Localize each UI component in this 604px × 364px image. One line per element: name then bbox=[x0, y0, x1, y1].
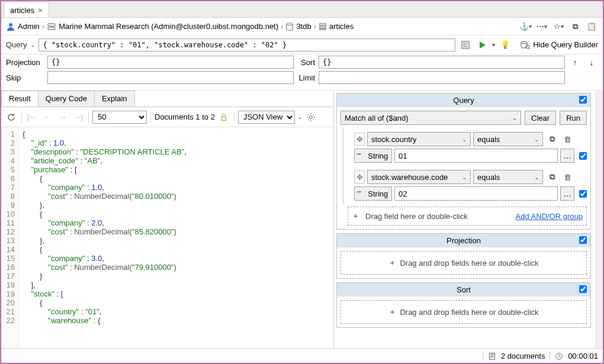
more-icon[interactable]: ⋯▾ bbox=[535, 20, 548, 33]
duplicate-icon[interactable]: ⧉ bbox=[545, 170, 558, 183]
sort-label: Sort bbox=[297, 58, 315, 67]
chevron-right-icon: › bbox=[281, 22, 283, 31]
duplicate-icon[interactable]: ⧉ bbox=[545, 133, 558, 146]
svg-line-13 bbox=[529, 48, 530, 49]
clear-button[interactable]: Clear bbox=[525, 111, 556, 125]
prev-page-icon[interactable]: ← bbox=[41, 111, 54, 124]
skip-input[interactable] bbox=[47, 71, 294, 84]
cond2-value-input[interactable] bbox=[394, 186, 558, 201]
qb-sort-enabled[interactable] bbox=[579, 285, 587, 293]
cond1-op-select[interactable]: equals⌄ bbox=[473, 132, 543, 146]
cond1-value-input[interactable] bbox=[394, 149, 558, 163]
qb-query-title: Query bbox=[453, 96, 474, 105]
query-dropdown-icon[interactable]: ⌄ bbox=[30, 41, 35, 48]
sort-desc-icon[interactable]: ↓ bbox=[585, 56, 598, 69]
projection-drop-target[interactable]: ＋ Drag and drop fields here or double-cl… bbox=[340, 251, 587, 275]
bc-user[interactable]: Admin bbox=[18, 22, 40, 31]
drag-field-hint[interactable]: ＋ Drag field here or double-click Add AN… bbox=[348, 207, 587, 226]
add-group-link[interactable]: Add AND/OR group bbox=[516, 212, 583, 221]
hint-icon[interactable]: 💡 bbox=[499, 38, 512, 51]
line-gutter: 12345678910111213141516171819202122 bbox=[1, 127, 19, 348]
svg-rect-5 bbox=[320, 26, 326, 28]
cond1-type-select[interactable]: “” String bbox=[354, 149, 392, 163]
refresh-icon[interactable] bbox=[5, 111, 18, 124]
star-icon[interactable]: ☆▾ bbox=[552, 20, 565, 33]
view-mode-select[interactable]: JSON View bbox=[238, 111, 295, 124]
tab-explain[interactable]: Explain bbox=[94, 91, 135, 107]
doc-range-label: Documents 1 to 2 bbox=[155, 112, 215, 121]
database-icon bbox=[285, 22, 294, 31]
query-input[interactable] bbox=[38, 38, 455, 51]
anchor-icon[interactable]: ⚓▾ bbox=[519, 20, 532, 33]
first-page-icon[interactable]: |← bbox=[25, 111, 38, 124]
svg-point-0 bbox=[9, 23, 12, 27]
page-size-select[interactable]: 50 bbox=[92, 111, 147, 124]
json-viewer[interactable]: 12345678910111213141516171819202122 { "_… bbox=[1, 127, 333, 348]
cond2-op-select[interactable]: equals⌄ bbox=[473, 170, 543, 184]
svg-point-11 bbox=[521, 41, 527, 44]
document-icon: # bbox=[488, 352, 496, 360]
qb-top-row: Match all of ($and) ⌄ Clear Run bbox=[337, 107, 590, 128]
next-page-icon[interactable]: → bbox=[56, 111, 69, 124]
bc-connection[interactable]: Marine Mammal Research (Admin@cluster0.u… bbox=[59, 22, 278, 31]
plus-icon: ＋ bbox=[388, 257, 396, 268]
view-dropdown-icon[interactable]: ⌄ bbox=[297, 114, 302, 120]
gear-icon[interactable] bbox=[304, 111, 317, 124]
cond1-field-select[interactable]: stock.country⌄ bbox=[367, 132, 471, 146]
limit-input[interactable] bbox=[319, 71, 565, 84]
plus-icon: ＋ bbox=[388, 307, 396, 317]
cond2-more-button[interactable]: … bbox=[560, 186, 574, 201]
tab-articles[interactable]: articles × bbox=[4, 2, 49, 17]
tab-query-code[interactable]: Query Code bbox=[38, 91, 95, 107]
cond2-enabled[interactable] bbox=[579, 190, 587, 198]
plus-icon: ＋ bbox=[352, 211, 359, 221]
cond2-type-select[interactable]: “” String bbox=[354, 186, 392, 201]
sort-asc-icon[interactable]: ↑ bbox=[568, 56, 581, 69]
condition-1: ✥ stock.country⌄ equals⌄ ⧉ 🗑 “” String bbox=[343, 128, 590, 166]
run-button[interactable]: Run bbox=[560, 111, 587, 125]
run-query-button[interactable] bbox=[476, 38, 489, 51]
hide-qb-label: Hide Query Builder bbox=[533, 40, 598, 49]
results-pane: Result Query Code Explain |← ← → →| 50 D… bbox=[1, 91, 334, 348]
result-tabs: Result Query Code Explain bbox=[1, 91, 333, 107]
svg-point-15 bbox=[309, 115, 312, 118]
json-code[interactable]: { "_id" : 1.0, "description" : "DESCRIPT… bbox=[19, 127, 333, 348]
drag-handle-icon[interactable]: ✥ bbox=[354, 170, 365, 183]
bc-database[interactable]: 3tdb bbox=[296, 22, 311, 31]
svg-point-3 bbox=[287, 22, 293, 25]
hide-query-builder-button[interactable]: Hide Query Builder bbox=[520, 40, 598, 50]
cond2-field-select[interactable]: stock.warehouse.code⌄ bbox=[367, 170, 471, 184]
copy-icon[interactable]: ⧉ bbox=[568, 20, 581, 33]
drag-handle-icon[interactable]: ✥ bbox=[354, 133, 365, 146]
sort-drop-target[interactable]: ＋ Drag and drop fields here or double-cl… bbox=[340, 300, 587, 324]
qb-sort-panel: Sort ＋ Drag and drop fields here or doub… bbox=[336, 282, 591, 328]
qb-query-enabled[interactable] bbox=[579, 96, 587, 104]
svg-rect-14 bbox=[221, 117, 226, 120]
close-icon[interactable]: × bbox=[38, 6, 43, 15]
trash-icon[interactable]: 🗑 bbox=[561, 170, 574, 183]
query-builder-pane: Query Match all of ($and) ⌄ Clear Run ✥ … bbox=[334, 91, 596, 348]
condition-2: ✥ stock.warehouse.code⌄ equals⌄ ⧉ 🗑 “” S… bbox=[343, 166, 590, 204]
doc-count: 2 documents bbox=[501, 352, 545, 360]
format-icon[interactable] bbox=[459, 38, 472, 51]
sort-input[interactable] bbox=[319, 56, 565, 69]
lock-icon[interactable] bbox=[217, 111, 230, 124]
status-bar: # 2 documents 00:00:01 bbox=[1, 348, 603, 363]
match-mode-select[interactable]: Match all of ($and) ⌄ bbox=[340, 111, 521, 125]
tab-bar: articles × bbox=[1, 1, 603, 18]
cond1-enabled[interactable] bbox=[579, 152, 587, 160]
last-page-icon[interactable]: →| bbox=[72, 111, 85, 124]
run-dropdown-icon[interactable]: ▾ bbox=[492, 41, 495, 48]
svg-rect-6 bbox=[320, 28, 326, 30]
tab-label: articles bbox=[10, 6, 34, 15]
svg-rect-4 bbox=[320, 23, 326, 25]
cond1-more-button[interactable]: … bbox=[560, 149, 574, 163]
projection-input[interactable] bbox=[47, 56, 294, 69]
trash-icon[interactable]: 🗑 bbox=[561, 133, 574, 146]
bc-collection[interactable]: articles bbox=[329, 22, 354, 31]
tab-result[interactable]: Result bbox=[1, 91, 38, 107]
qb-projection-enabled[interactable] bbox=[579, 236, 587, 244]
qb-query-header: Query bbox=[337, 94, 590, 107]
scrollbar[interactable] bbox=[596, 91, 603, 348]
paste-icon[interactable]: 📋 bbox=[585, 20, 598, 33]
